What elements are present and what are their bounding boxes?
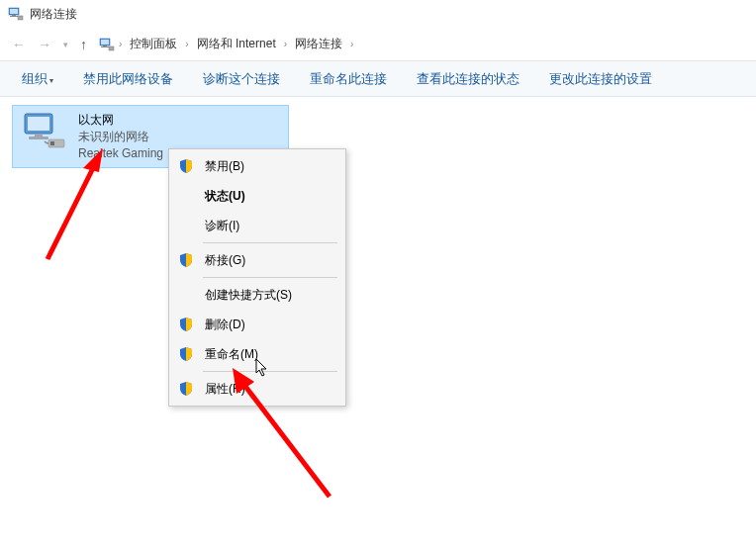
shield-icon bbox=[177, 380, 195, 398]
menu-properties[interactable]: 属性(R) bbox=[171, 374, 343, 404]
recent-dropdown[interactable]: ▾ bbox=[59, 36, 72, 53]
change-settings-button[interactable]: 更改此连接的设置 bbox=[535, 64, 666, 94]
network-name: 以太网 bbox=[78, 112, 163, 129]
svg-rect-2 bbox=[12, 15, 16, 16]
nav-arrows: ← → ▾ ↑ bbox=[8, 33, 91, 56]
menu-disable[interactable]: 禁用(B) bbox=[171, 151, 343, 181]
breadcrumb: 控制面板 › 网络和 Internet › 网络连接 › bbox=[126, 34, 353, 54]
svg-rect-15 bbox=[50, 141, 54, 145]
view-status-button[interactable]: 查看此连接的状态 bbox=[403, 64, 533, 94]
up-button[interactable]: ↑ bbox=[76, 33, 91, 56]
menu-status-label: 状态(U) bbox=[205, 188, 245, 205]
toolbar: 组织 禁用此网络设备 诊断这个连接 重命名此连接 查看此连接的状态 更改此连接的… bbox=[0, 61, 756, 97]
menu-separator bbox=[203, 277, 337, 278]
shield-icon bbox=[177, 316, 195, 333]
menu-shortcut[interactable]: 创建快捷方式(S) bbox=[171, 280, 343, 310]
svg-rect-11 bbox=[28, 117, 49, 131]
chevron-right-icon: › bbox=[284, 39, 287, 49]
chevron-right-icon: › bbox=[350, 39, 353, 49]
forward-button[interactable]: → bbox=[34, 33, 55, 56]
disable-device-button[interactable]: 禁用此网络设备 bbox=[69, 64, 187, 94]
menu-diagnose-label: 诊断(I) bbox=[205, 218, 239, 234]
network-adapter: Realtek Gaming bbox=[78, 145, 163, 162]
svg-rect-13 bbox=[29, 137, 48, 139]
menu-bridge-label: 桥接(G) bbox=[205, 252, 245, 269]
menu-shortcut-label: 创建快捷方式(S) bbox=[205, 287, 292, 304]
breadcrumb-control-panel[interactable]: 控制面板 bbox=[126, 34, 181, 54]
menu-delete[interactable]: 删除(D) bbox=[171, 310, 343, 339]
menu-icon-empty bbox=[177, 286, 195, 304]
menu-icon-empty bbox=[177, 217, 195, 234]
svg-rect-3 bbox=[10, 16, 18, 17]
chevron-right-icon: › bbox=[185, 39, 188, 49]
svg-rect-6 bbox=[101, 40, 109, 45]
network-connections-icon bbox=[99, 37, 115, 52]
svg-rect-7 bbox=[103, 46, 107, 46]
menu-rename[interactable]: 重命名(M) bbox=[171, 339, 343, 369]
rename-connection-button[interactable]: 重命名此连接 bbox=[296, 64, 401, 94]
menu-diagnose[interactable]: 诊断(I) bbox=[171, 211, 343, 240]
menu-disable-label: 禁用(B) bbox=[205, 158, 244, 175]
svg-rect-1 bbox=[10, 9, 18, 14]
menu-rename-label: 重命名(M) bbox=[205, 346, 258, 363]
menu-bridge[interactable]: 桥接(G) bbox=[171, 245, 343, 275]
title-bar: 网络连接 bbox=[0, 0, 756, 28]
menu-separator bbox=[203, 371, 337, 372]
diagnose-connection-button[interactable]: 诊断这个连接 bbox=[189, 64, 294, 94]
svg-rect-12 bbox=[35, 134, 43, 137]
menu-icon-empty bbox=[177, 187, 195, 205]
chevron-right-icon: › bbox=[119, 39, 122, 49]
shield-icon bbox=[177, 345, 195, 363]
network-connections-icon bbox=[8, 6, 24, 22]
ethernet-icon bbox=[21, 112, 68, 151]
shield-icon bbox=[177, 251, 195, 269]
window-title: 网络连接 bbox=[30, 6, 77, 23]
svg-rect-8 bbox=[101, 46, 109, 47]
menu-separator bbox=[203, 242, 337, 243]
shield-icon bbox=[177, 157, 195, 175]
network-status: 未识别的网络 bbox=[78, 129, 163, 145]
context-menu: 禁用(B) 状态(U) 诊断(I) 桥接(G) 创建快捷方式(S) 删除(D) bbox=[168, 148, 346, 407]
network-info: 以太网 未识别的网络 Realtek Gaming bbox=[78, 112, 163, 161]
menu-status[interactable]: 状态(U) bbox=[171, 181, 343, 211]
organize-menu[interactable]: 组织 bbox=[8, 64, 67, 94]
svg-rect-9 bbox=[109, 46, 114, 50]
breadcrumb-network-internet[interactable]: 网络和 Internet bbox=[193, 34, 280, 54]
svg-rect-4 bbox=[18, 16, 23, 20]
breadcrumb-network-connections[interactable]: 网络连接 bbox=[291, 34, 346, 54]
back-button[interactable]: ← bbox=[8, 33, 30, 56]
content-area: 以太网 未识别的网络 Realtek Gaming bbox=[0, 97, 756, 176]
menu-properties-label: 属性(R) bbox=[205, 381, 245, 398]
navigation-bar: ← → ▾ ↑ › 控制面板 › 网络和 Internet › 网络连接 › bbox=[0, 28, 756, 61]
menu-delete-label: 删除(D) bbox=[205, 317, 245, 333]
